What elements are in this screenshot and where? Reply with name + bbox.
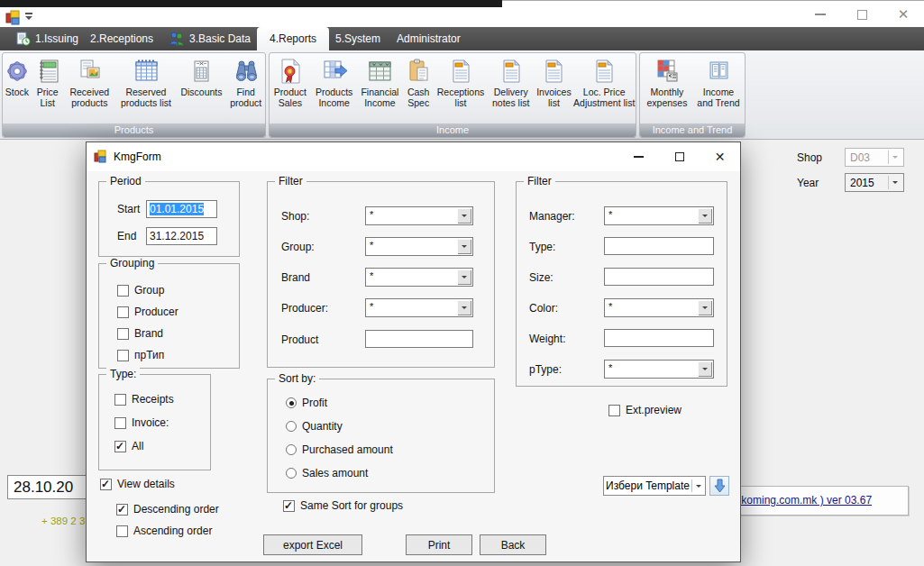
ribbon-item-product-sales[interactable]: Product Sales: [270, 58, 311, 126]
ribbon-item-received-products[interactable]: Received products: [64, 58, 116, 126]
brand-checkbox[interactable]: Brand: [117, 327, 163, 340]
receipts-checkbox[interactable]: Receipts: [114, 393, 174, 406]
ribbon-item-price-list[interactable]: Price List: [32, 58, 64, 126]
prtip-checkbox[interactable]: прТип: [117, 349, 164, 361]
all-checkbox[interactable]: All: [114, 440, 143, 452]
dialog-app-icon: [94, 150, 108, 164]
ribbon-tabbar: 1.Issuing 2.Receptions 3.Basic Data 4.Re…: [0, 27, 924, 50]
financial-income-icon: [366, 58, 393, 85]
type-input[interactable]: [604, 237, 714, 255]
print-button[interactable]: Print: [406, 534, 472, 555]
window-minimize-button[interactable]: [800, 2, 841, 27]
end-label: End: [117, 230, 136, 242]
combo-dropdown-icon[interactable]: [457, 269, 471, 285]
stock-gear-icon: [4, 58, 31, 85]
export-excel-button[interactable]: export Excel: [263, 534, 362, 555]
manager-label: Manager:: [529, 210, 575, 223]
reserved-products-list-icon: [133, 58, 160, 85]
loc-price-adjustment-doc-icon: [590, 58, 618, 85]
group-filter-combo[interactable]: *: [365, 237, 473, 256]
blue-down-arrow-icon: [714, 479, 726, 493]
kmgform-dialog: KmgForm ✕ Period Start 01.01.2015 End 31…: [86, 142, 741, 562]
invoice-checkbox[interactable]: Invoice:: [114, 416, 169, 429]
dialog-close-button[interactable]: ✕: [700, 142, 740, 171]
combo-dropdown-icon[interactable]: [457, 300, 471, 315]
ribbon-item-products-income[interactable]: Products Income: [311, 58, 358, 126]
color-combo[interactable]: *: [604, 298, 714, 317]
date-field[interactable]: 28.10.20: [7, 475, 97, 499]
producer-filter-label: Producer:: [281, 302, 328, 315]
tab-administrator[interactable]: Administrator: [397, 27, 461, 50]
producer-filter-combo[interactable]: *: [365, 298, 473, 317]
dialog-titlebar[interactable]: KmgForm ✕: [87, 142, 740, 171]
combo-dropdown-icon[interactable]: [698, 361, 712, 377]
window-close-button[interactable]: ✕: [883, 2, 924, 27]
brand-filter-combo[interactable]: *: [365, 268, 473, 287]
start-date-input[interactable]: 01.01.2015: [146, 200, 217, 218]
version-link[interactable]: w.koming.com.mk ) ver 03.67: [731, 494, 872, 507]
combo-dropdown-icon[interactable]: [698, 208, 712, 224]
shop-combo-arrow-icon: [888, 151, 901, 164]
product-filter-input[interactable]: [365, 330, 473, 348]
window-maximize-button[interactable]: [841, 2, 883, 27]
ribbon-item-income-and-trend[interactable]: Income and Trend: [694, 58, 743, 126]
ribbon-item-receptions-list[interactable]: Receptions list: [435, 58, 487, 126]
ribbon-item-invoices-list[interactable]: Invoices list: [535, 58, 573, 126]
same-sort-checkbox[interactable]: Same Sort for groups: [283, 499, 403, 512]
shop-combo: D03: [845, 148, 904, 167]
weight-input[interactable]: [604, 329, 714, 347]
quick-access-dropdown-icon[interactable]: [25, 13, 32, 23]
ascending-order-checkbox[interactable]: Ascending order: [116, 525, 212, 537]
purchased-amount-radio[interactable]: Purchased amount: [286, 443, 393, 456]
combo-dropdown-icon[interactable]: [457, 239, 471, 254]
manager-combo[interactable]: *: [604, 206, 714, 225]
ribbon-item-financial-income[interactable]: Financial Income: [358, 58, 403, 126]
group-checkbox[interactable]: Group: [117, 284, 164, 297]
cash-spec-icon: [405, 58, 432, 85]
monthly-expenses-icon: [654, 58, 681, 85]
top-strip: [0, 0, 502, 7]
tab-issuing[interactable]: 1.Issuing: [16, 27, 78, 50]
back-button[interactable]: Back: [480, 534, 546, 555]
ext-preview-checkbox[interactable]: Ext.preview: [608, 404, 682, 416]
ptype-combo[interactable]: *: [604, 360, 714, 379]
dialog-minimize-button[interactable]: [618, 142, 659, 171]
shop-filter-combo[interactable]: *: [365, 206, 473, 225]
quantity-radio[interactable]: Quantity: [286, 420, 343, 433]
price-list-icon: [34, 58, 61, 85]
combo-dropdown-icon[interactable]: [698, 300, 712, 315]
weight-label: Weight:: [529, 333, 565, 345]
descending-order-checkbox[interactable]: Descending order: [116, 503, 219, 516]
invoices-list-doc-icon: [540, 58, 567, 85]
template-download-button[interactable]: [709, 476, 729, 496]
ribbon-item-reserved-products-list[interactable]: Reserved products list: [115, 58, 177, 126]
combo-dropdown-icon[interactable]: [457, 208, 471, 224]
app-icon: [5, 10, 21, 25]
profit-radio[interactable]: Profit: [286, 397, 327, 409]
year-combo[interactable]: 2015: [845, 173, 904, 192]
ribbon-item-delivery-notes-list[interactable]: Delivery notes list: [487, 58, 535, 126]
ribbon-item-loc-price-adjustment-list[interactable]: Loc. Price Adjustment list: [572, 58, 636, 126]
ribbon-item-cash-spec[interactable]: Cash Spec: [402, 58, 435, 126]
income-and-trend-book-icon: [705, 58, 732, 85]
ribbon-item-monthly-expenses[interactable]: Monthly expenses: [640, 58, 694, 126]
type-label: Type:: [529, 241, 555, 253]
tab-basic-data[interactable]: 3.Basic Data: [169, 27, 251, 50]
tab-receptions[interactable]: 2.Receptions: [90, 27, 153, 50]
producer-checkbox[interactable]: Producer: [117, 306, 178, 318]
view-details-checkbox[interactable]: View details: [100, 478, 175, 490]
ribbon-group-income-trend: Monthly expenses Income and Trend Income…: [639, 52, 746, 138]
tab-system[interactable]: 5.System: [335, 27, 380, 50]
product-filter-label: Product: [281, 333, 318, 346]
template-dropdown-button[interactable]: Избери Template: [603, 476, 706, 496]
ribbon-item-find-product[interactable]: Find product: [226, 58, 265, 126]
ribbon-item-discounts[interactable]: Discounts: [177, 58, 227, 126]
sales-amount-radio[interactable]: Sales amount: [286, 467, 368, 479]
ribbon-item-stock[interactable]: Stock: [3, 58, 32, 126]
filter-right-groupbox: Filter Manager: * Type: Size: Color: * W…: [516, 181, 727, 387]
size-input[interactable]: [604, 268, 714, 286]
tab-reports[interactable]: 4.Reports: [257, 27, 329, 50]
products-income-icon: [321, 58, 348, 85]
end-date-input[interactable]: 31.12.2015: [146, 227, 217, 245]
dialog-maximize-button[interactable]: [659, 142, 700, 171]
